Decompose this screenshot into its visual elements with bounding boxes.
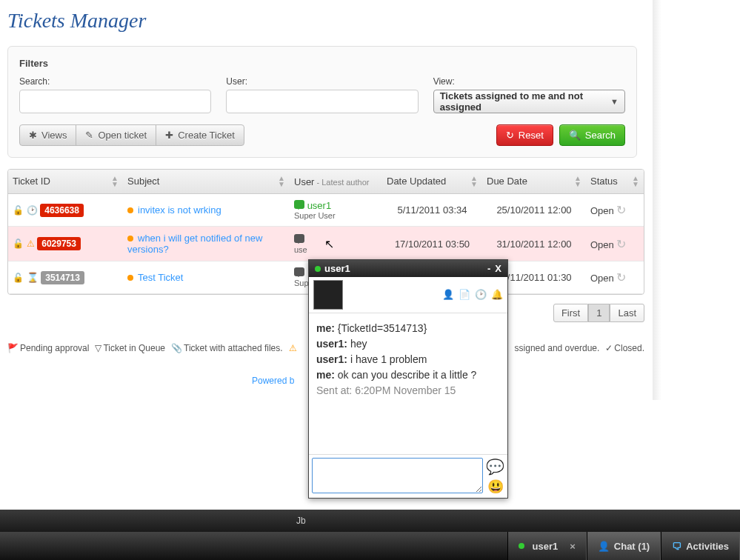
chat-sent-at: Sent at: 6:20PM November 15 <box>316 383 500 399</box>
close-icon[interactable]: × <box>570 541 576 552</box>
bullet-icon <box>127 275 133 281</box>
refresh-icon[interactable]: ↻ <box>616 238 626 250</box>
clip-icon: 📎 <box>171 343 182 353</box>
user-role: Super User <box>294 211 378 220</box>
sort-icon: ▲▼ <box>632 176 639 187</box>
add-user-icon[interactable]: 👤 <box>442 289 454 301</box>
minimize-button[interactable]: - <box>487 263 490 274</box>
due-date: 25/10/2011 12:00 <box>482 194 586 227</box>
filters-panel: Filters Search: User: View: Tickets assi… <box>7 46 637 158</box>
status-text: Open <box>590 239 614 250</box>
chat-text: i have 1 problem <box>350 353 427 365</box>
lock-icon: 🔓 <box>13 239 24 249</box>
status-online-icon <box>315 266 321 272</box>
subject-link[interactable]: Test Ticket <box>138 272 183 283</box>
taskbar-activities-tab[interactable]: 🗨Activities <box>661 532 740 560</box>
table-row[interactable]: 🔓 🕑 4636638invitex is not wrking user1Su… <box>8 194 644 227</box>
page-title: Tickets Manager <box>0 0 740 46</box>
view-label: View: <box>433 76 625 87</box>
status-text: Open <box>590 205 614 216</box>
user-input[interactable] <box>226 90 418 113</box>
plus-icon: ✚ <box>165 130 173 141</box>
last-page-button[interactable]: Last <box>610 304 644 322</box>
chat-from: me: <box>316 322 335 334</box>
reset-label: Reset <box>519 130 544 141</box>
col-date-updated[interactable]: Date Updated▲▼ <box>382 170 482 194</box>
refresh-icon[interactable]: ↻ <box>616 271 626 284</box>
table-row[interactable]: 🔓 ⚠ 6029753when i will get notified of n… <box>8 227 644 261</box>
hourglass-icon: ⌛ <box>27 272 39 283</box>
col-user-sub: - Latest author <box>314 178 369 187</box>
first-page-button[interactable]: First <box>553 304 588 322</box>
bullet-icon <box>127 236 133 241</box>
pencil-icon: ✎ <box>85 130 93 141</box>
taskbar-user-tab[interactable]: user1× <box>507 532 587 560</box>
taskbar: user1× 👤Chat (1) 🗨Activities <box>0 532 740 560</box>
ticket-id-badge: 3514713 <box>41 271 84 284</box>
ticket-id-badge: 6029753 <box>37 237 81 250</box>
reset-button[interactable]: ↻Reset <box>496 124 553 146</box>
avatar <box>313 280 343 310</box>
history-icon[interactable]: 🕑 <box>475 289 487 301</box>
speech-icon <box>294 267 304 276</box>
views-button[interactable]: ✱Views <box>19 124 76 146</box>
scrollbar[interactable] <box>653 0 661 400</box>
subject-link[interactable]: when i will get notified of new versions… <box>127 233 262 255</box>
taskbar-user-label: user1 <box>533 541 559 552</box>
taskbar-chat-label: Chat (1) <box>614 541 650 552</box>
chat-text: ok can you describe it a little ? <box>338 369 477 381</box>
subject-link[interactable]: invitex is not wrking <box>138 204 221 216</box>
user-link[interactable]: user1 <box>307 200 332 211</box>
col-date-label: Date Updated <box>387 176 446 187</box>
chat-window: user1 -X 👤 📄 🕑 🔔 me: {TicketId=3514713}u… <box>308 259 508 499</box>
funnel-icon: ▽ <box>95 343 101 353</box>
search-input[interactable] <box>19 90 211 113</box>
chat-from: user1: <box>316 353 347 365</box>
activities-icon: 🗨 <box>672 541 681 552</box>
taskbar-chat-tab[interactable]: 👤Chat (1) <box>587 532 661 560</box>
refresh-icon[interactable]: ↻ <box>616 204 626 216</box>
flag-icon: 🚩 <box>7 343 19 353</box>
legend-attached: Ticket with attached files. <box>184 343 283 353</box>
filters-heading: Filters <box>19 58 625 69</box>
chat-header[interactable]: user1 -X <box>309 260 507 277</box>
col-ticket-id[interactable]: Ticket ID▲▼ <box>8 170 123 194</box>
date-updated: 5/11/2011 03:34 <box>382 194 482 227</box>
col-due-label: Due Date <box>487 176 527 187</box>
sort-icon: ▲▼ <box>111 176 119 187</box>
page-1-button[interactable]: 1 <box>588 304 610 322</box>
speech-icon <box>294 234 304 243</box>
sort-icon: ▲▼ <box>278 176 285 187</box>
open-ticket-button[interactable]: ✎Open ticket <box>76 124 156 146</box>
open-ticket-label: Open ticket <box>98 130 147 141</box>
search-button[interactable]: 🔍Search <box>559 124 625 146</box>
views-label: Views <box>41 130 67 141</box>
search-label: Search: <box>19 76 211 87</box>
bell-icon[interactable]: 🔔 <box>491 289 503 301</box>
col-status[interactable]: Status▲▼ <box>586 170 644 194</box>
close-button[interactable]: X <box>495 263 501 274</box>
status-online-icon <box>519 543 524 549</box>
chat-text: {TicketId=3514713} <box>338 322 427 334</box>
col-user[interactable]: User - Latest author <box>290 170 382 194</box>
col-subject[interactable]: Subject▲▼ <box>123 170 290 194</box>
status-text: Open <box>590 273 614 284</box>
view-select[interactable]: Tickets assigned to me and not assigned … <box>433 90 625 113</box>
sort-icon: ▲▼ <box>470 176 478 187</box>
chat-toolbar: 👤 📄 🕑 🔔 <box>309 277 507 313</box>
emoji-icon[interactable]: 😃 <box>487 479 504 495</box>
col-due-date[interactable]: Due Date▲▼ <box>482 170 586 194</box>
chat-from: me: <box>316 369 335 381</box>
lock-icon: 🔓 <box>13 273 24 283</box>
create-ticket-button[interactable]: ✚Create Ticket <box>156 124 244 146</box>
chat-input[interactable] <box>312 458 483 493</box>
warning-icon: ⚠ <box>289 343 297 353</box>
warning-icon: ⚠ <box>27 239 35 249</box>
file-send-icon[interactable]: 📄 <box>459 289 470 301</box>
legend-closed: Closed. <box>614 343 644 353</box>
check-icon: ✓ <box>605 343 613 353</box>
send-icon[interactable]: 💬 <box>486 458 504 476</box>
user-label: User: <box>226 76 418 87</box>
sort-icon: ▲▼ <box>574 176 581 187</box>
ticket-id-badge: 4636638 <box>40 204 84 217</box>
